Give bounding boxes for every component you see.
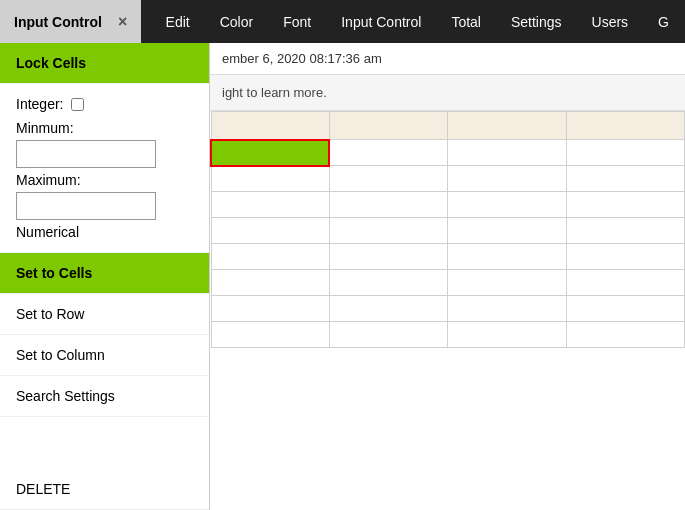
- set-to-column-item[interactable]: Set to Column: [0, 335, 209, 376]
- menu-color[interactable]: Color: [214, 10, 259, 34]
- table-cell[interactable]: [566, 192, 684, 218]
- maximum-input[interactable]: [16, 192, 156, 220]
- table-row: [211, 270, 685, 296]
- sheet-table: [210, 111, 685, 348]
- table-cell[interactable]: [329, 166, 447, 192]
- table-cell[interactable]: [211, 218, 329, 244]
- table-cell[interactable]: [448, 192, 566, 218]
- close-tab-button[interactable]: ×: [118, 13, 127, 31]
- right-content: ember 6, 2020 08:17:36 am ight to learn …: [210, 43, 685, 510]
- minmum-input[interactable]: [16, 140, 156, 168]
- numerical-label: Numerical: [16, 224, 193, 240]
- green-cell[interactable]: [211, 140, 329, 166]
- table-row: [211, 218, 685, 244]
- set-to-row-item[interactable]: Set to Row: [0, 294, 209, 335]
- table-cell[interactable]: [211, 192, 329, 218]
- menu-total[interactable]: Total: [445, 10, 487, 34]
- table-cell[interactable]: [566, 140, 684, 166]
- info-bar: ight to learn more.: [210, 75, 685, 111]
- table-cell[interactable]: [448, 218, 566, 244]
- table-cell[interactable]: [566, 322, 684, 348]
- table-cell[interactable]: [211, 270, 329, 296]
- table-cell[interactable]: [329, 270, 447, 296]
- table-cell[interactable]: [329, 192, 447, 218]
- search-settings-item[interactable]: Search Settings: [0, 376, 209, 417]
- set-to-cells-label: Set to Cells: [16, 265, 92, 281]
- integer-checkbox[interactable]: [71, 98, 84, 111]
- table-cell[interactable]: [566, 296, 684, 322]
- left-panel: Lock Cells Integer: Minmum: Maximum: Num…: [0, 43, 210, 510]
- delete-item[interactable]: DELETE: [0, 469, 209, 510]
- menu-input-control[interactable]: Input Control: [335, 10, 427, 34]
- table-cell[interactable]: [211, 244, 329, 270]
- set-to-column-label: Set to Column: [16, 347, 105, 363]
- menu-edit[interactable]: Edit: [160, 10, 196, 34]
- minmum-label: Minmum:: [16, 120, 193, 136]
- table-cell[interactable]: [566, 166, 684, 192]
- date-header: ember 6, 2020 08:17:36 am: [210, 43, 685, 75]
- menu-g[interactable]: G: [652, 10, 675, 34]
- table-cell[interactable]: [329, 112, 447, 140]
- table-row: [211, 140, 685, 166]
- table-cell[interactable]: [566, 270, 684, 296]
- table-cell[interactable]: [211, 166, 329, 192]
- menu-bar: Input Control × Edit Color Font Input Co…: [0, 0, 685, 43]
- numeric-section: Integer: Minmum: Maximum: Numerical: [0, 84, 209, 253]
- table-cell[interactable]: [211, 112, 329, 140]
- table-row: [211, 192, 685, 218]
- set-to-cells-item[interactable]: Set to Cells: [0, 253, 209, 294]
- table-cell[interactable]: [448, 296, 566, 322]
- table-cell[interactable]: [329, 140, 447, 166]
- menu-settings[interactable]: Settings: [505, 10, 568, 34]
- table-cell[interactable]: [329, 296, 447, 322]
- table-cell[interactable]: [448, 322, 566, 348]
- spreadsheet: [210, 111, 685, 510]
- table-row: [211, 112, 685, 140]
- table-cell[interactable]: [566, 244, 684, 270]
- table-cell[interactable]: [448, 270, 566, 296]
- table-cell[interactable]: [566, 218, 684, 244]
- table-cell[interactable]: [329, 322, 447, 348]
- table-row: [211, 322, 685, 348]
- delete-label: DELETE: [16, 481, 70, 497]
- set-to-row-label: Set to Row: [16, 306, 84, 322]
- integer-label: Integer:: [16, 96, 193, 112]
- table-cell[interactable]: [448, 166, 566, 192]
- main-content: Lock Cells Integer: Minmum: Maximum: Num…: [0, 43, 685, 510]
- table-cell[interactable]: [448, 112, 566, 140]
- menu-users[interactable]: Users: [586, 10, 635, 34]
- table-row: [211, 166, 685, 192]
- lock-cells-label: Lock Cells: [16, 55, 86, 71]
- table-cell[interactable]: [211, 322, 329, 348]
- table-cell[interactable]: [448, 140, 566, 166]
- search-settings-label: Search Settings: [16, 388, 115, 404]
- table-row: [211, 296, 685, 322]
- menu-font[interactable]: Font: [277, 10, 317, 34]
- lock-cells-item[interactable]: Lock Cells: [0, 43, 209, 84]
- maximum-label: Maximum:: [16, 172, 193, 188]
- table-cell[interactable]: [448, 244, 566, 270]
- table-cell[interactable]: [566, 112, 684, 140]
- tab-title: Input Control: [14, 14, 102, 30]
- table-cell[interactable]: [329, 218, 447, 244]
- table-cell[interactable]: [329, 244, 447, 270]
- table-row: [211, 244, 685, 270]
- table-cell[interactable]: [211, 296, 329, 322]
- input-control-tab[interactable]: Input Control ×: [0, 0, 141, 43]
